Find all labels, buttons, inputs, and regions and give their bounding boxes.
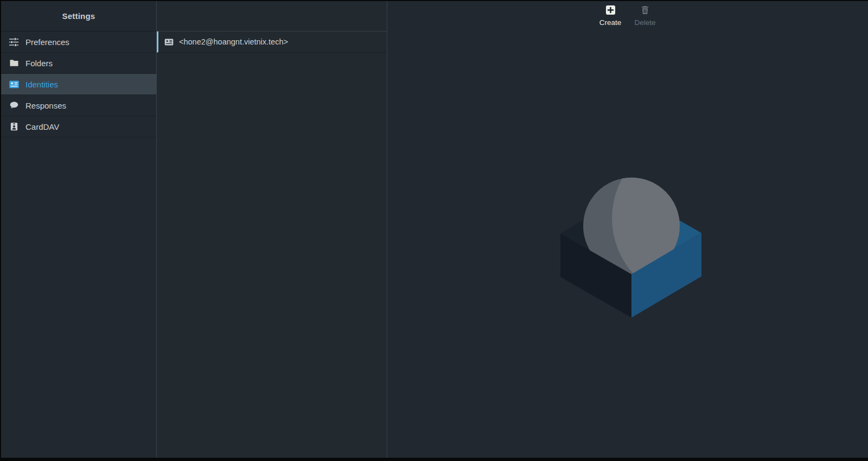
identity-email-label: <hone2@hoangnt.vietnix.tech> (179, 37, 288, 46)
sidebar-item-folders[interactable]: Folders (1, 53, 156, 74)
app-window: Settings Preferences (0, 0, 868, 461)
id-card-icon (163, 37, 175, 47)
sidebar-item-label: Identities (25, 80, 58, 89)
sidebar-item-label: Folders (25, 59, 53, 68)
sidebar-item-identities[interactable]: Identities (1, 74, 156, 95)
identity-list-item[interactable]: <hone2@hoangnt.vietnix.tech> (157, 31, 387, 53)
plus-square-icon (605, 5, 616, 17)
delete-button-label: Delete (634, 18, 655, 27)
roundcube-logo-watermark (387, 1, 868, 458)
sidebar-item-preferences[interactable]: Preferences (1, 31, 156, 53)
sliders-icon (8, 37, 20, 47)
identities-list-header (157, 1, 387, 31)
content-toolbar: Create (387, 1, 868, 27)
sidebar-item-label: Preferences (25, 37, 69, 47)
settings-title: Settings (62, 11, 95, 21)
create-button[interactable]: Create (597, 5, 624, 27)
sidebar-header: Settings (1, 1, 156, 31)
chat-bubble-icon (8, 100, 20, 110)
folder-icon (8, 58, 20, 68)
identities-list-panel: <hone2@hoangnt.vietnix.tech> (157, 1, 387, 458)
trash-icon (640, 5, 650, 17)
id-card-icon (8, 79, 20, 90)
delete-button[interactable]: Delete (631, 5, 659, 27)
sidebar-item-carddav[interactable]: CardDAV (1, 116, 156, 137)
id-badge-icon (8, 121, 20, 132)
sidebar-item-responses[interactable]: Responses (1, 95, 156, 116)
sidebar-item-label: CardDAV (25, 122, 59, 131)
content-panel: Create (387, 1, 868, 458)
settings-page: Settings Preferences (1, 1, 868, 458)
settings-sidebar: Settings Preferences (1, 1, 157, 458)
create-button-label: Create (599, 18, 622, 27)
sidebar-item-label: Responses (25, 101, 66, 110)
